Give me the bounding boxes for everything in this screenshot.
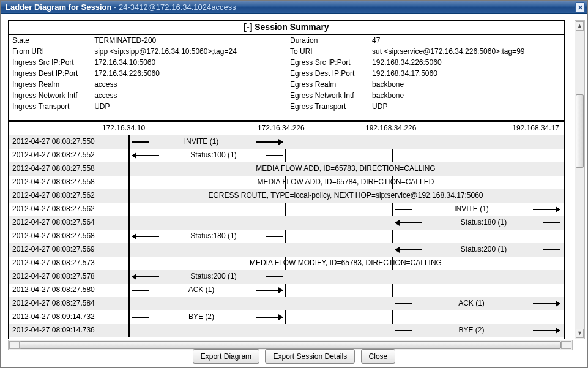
ladder-message-text: INVITE (1) [411, 205, 532, 213]
ladder-arrow-segment [543, 249, 560, 250]
ladder-message-text: Status:100 (1) [160, 151, 267, 159]
summary-label: Ingress Transport [9, 101, 91, 112]
ladder-arrow-segment [395, 303, 412, 304]
ladder-row: 2012-04-27 08:08:27.580ACK (1) [9, 284, 564, 297]
ladder-arrow-segment [266, 155, 283, 156]
window-titlebar: Ladder Diagram for Session - 24-3412@172… [1, 1, 587, 14]
ladder-message-text: BYE (2) [411, 326, 532, 334]
ladder-event-text: MEDIA FLOW MODIFY, ID=65783, DIRECTION=C… [130, 258, 562, 267]
summary-row: StateTERMINATED-200Duration47 [9, 35, 564, 46]
summary-value: sut <sip:service@172.16.34.226:5060>;tag… [368, 46, 564, 57]
summary-label: Egress Network Intf [286, 90, 368, 101]
ladder-arrow-head [395, 249, 422, 250]
ladder-arrow-segment [395, 209, 412, 210]
window-title-session: 24-3412@172.16.34.1024access [119, 2, 236, 12]
export-session-details-button[interactable]: Export Session Details [265, 349, 355, 364]
ladder-message-text: Status:200 (1) [160, 272, 267, 280]
ladder-timestamp: 2012-04-27 08:08:27.568 [12, 231, 95, 240]
summary-label: Duration [286, 35, 368, 46]
ladder-event-text: MEDIA FLOW ADD, ID=65784, DIRECTION=CALL… [130, 178, 562, 186]
ladder-column-header: 172.16.34.226 [258, 124, 305, 132]
window-title-sep: - [114, 2, 119, 12]
summary-label: From URI [9, 46, 91, 57]
summary-value: sipp <sip:sipp@172.16.34.10:5060>;tag=24 [91, 46, 286, 57]
ladder-arrow-head [533, 209, 560, 210]
ladder-message-text: BYE (2) [148, 312, 255, 321]
ladder-column-header: 192.168.34.17 [512, 124, 559, 132]
close-icon[interactable]: ✕ [575, 2, 585, 12]
summary-row: Ingress Network IntfaccessEgress Network… [9, 90, 564, 101]
content-area: [-] Session Summary StateTERMINATED-200D… [2, 15, 586, 345]
ladder-arrow-segment [266, 276, 283, 277]
summary-label: Egress Dest IP:Port [286, 68, 368, 79]
session-panel: [-] Session Summary StateTERMINATED-200D… [8, 20, 565, 339]
ladder-arrow-segment [132, 290, 149, 291]
ladder-arrow-head [132, 155, 159, 156]
ladder-row: 2012-04-27 08:09:14.736BYE (2) [9, 324, 564, 337]
ladder-timestamp: 2012-04-27 08:09:14.736 [12, 326, 95, 334]
ladder-row: 2012-04-27 08:09:14.732BYE (2) [9, 310, 564, 324]
ladder-timestamp: 2012-04-27 08:08:27.564 [12, 218, 95, 227]
vertical-scrollbar[interactable]: ▲ ▼ [575, 20, 585, 339]
ladder-row: 2012-04-27 08:08:27.584ACK (1) [9, 297, 564, 310]
ladder-timestamp: 2012-04-27 08:09:14.732 [12, 312, 95, 321]
ladder-timestamp: 2012-04-27 08:08:27.562 [12, 205, 95, 213]
summary-label: To URI [286, 46, 368, 57]
summary-value: access [91, 90, 286, 101]
summary-value: UDP [91, 101, 286, 112]
summary-row: Ingress TransportUDPEgress TransportUDP [9, 101, 564, 112]
window-title-prefix: Ladder Diagram for Session [6, 2, 111, 12]
summary-value: 47 [368, 35, 564, 46]
ladder-message-text: ACK (1) [411, 299, 532, 307]
session-summary-header-text: [-] Session Summary [244, 22, 329, 32]
ladder-diagram: 172.16.34.10172.16.34.226192.168.34.2261… [9, 120, 564, 339]
ladder-arrow-head [256, 290, 283, 291]
ladder-message-text: Status:200 (1) [423, 245, 544, 253]
ladder-arrow-head [256, 141, 283, 143]
ladder-rows: 2012-04-27 08:08:27.550INVITE (1)2012-04… [9, 135, 564, 337]
ladder-arrow-head [533, 330, 560, 331]
horizontal-scroll-thumb[interactable] [20, 341, 561, 349]
ladder-message-text: ACK (1) [148, 285, 255, 294]
ladder-row: 2012-04-27 08:08:27.562INVITE (1) [9, 203, 564, 216]
session-summary-table: StateTERMINATED-200Duration47From URIsip… [9, 35, 564, 112]
ladder-timestamp: 2012-04-27 08:08:27.562 [12, 191, 95, 200]
ladder-timestamp: 2012-04-27 08:08:27.580 [12, 285, 95, 294]
ladder-row: 2012-04-27 08:08:27.578Status:200 (1) [9, 270, 564, 284]
summary-label: Ingress Realm [9, 79, 91, 90]
summary-value: 172.16.34.226:5060 [91, 68, 286, 79]
export-diagram-button[interactable]: Export Diagram [193, 349, 259, 364]
ladder-timestamp: 2012-04-27 08:08:27.584 [12, 299, 95, 307]
summary-row: From URIsipp <sip:sipp@172.16.34.10:5060… [9, 46, 564, 57]
summary-value: access [91, 79, 286, 90]
scroll-up-icon[interactable]: ▲ [576, 21, 584, 31]
summary-label: State [9, 35, 91, 46]
ladder-arrow-segment [395, 330, 412, 331]
ladder-row: 2012-04-27 08:08:27.558MEDIA FLOW ADD, I… [9, 162, 564, 176]
ladder-timestamp: 2012-04-27 08:08:27.552 [12, 151, 95, 159]
ladder-row: 2012-04-27 08:08:27.573MEDIA FLOW MODIFY… [9, 257, 564, 270]
ladder-message-text: Status:180 (1) [423, 218, 544, 227]
summary-row: Ingress Dest IP:Port172.16.34.226:5060Eg… [9, 68, 564, 79]
ladder-arrow-head [132, 236, 159, 237]
summary-row: Ingress RealmaccessEgress Realmbackbone [9, 79, 564, 90]
ladder-row: 2012-04-27 08:08:27.550INVITE (1) [9, 135, 564, 149]
summary-label: Egress Realm [286, 79, 368, 90]
summary-value: 192.168.34.17:5060 [368, 68, 564, 79]
vertical-scroll-thumb[interactable] [576, 94, 584, 168]
ladder-row: 2012-04-27 08:08:27.562EGRESS ROUTE, TYP… [9, 189, 564, 203]
ladder-arrow-segment [132, 317, 149, 318]
summary-row: Ingress Src IP:Port172.16.34.10:5060Egre… [9, 57, 564, 68]
summary-label: Egress Src IP:Port [286, 57, 368, 68]
close-button[interactable]: Close [361, 349, 396, 364]
ladder-row: 2012-04-27 08:08:27.568Status:180 (1) [9, 230, 564, 243]
ladder-row: 2012-04-27 08:08:27.552Status:100 (1) [9, 149, 564, 162]
ladder-event-text: EGRESS ROUTE, TYPE=local-policy, NEXT HO… [130, 191, 562, 200]
ladder-timestamp: 2012-04-27 08:08:27.578 [12, 272, 95, 280]
scroll-down-icon[interactable]: ▼ [576, 329, 584, 338]
summary-value: backbone [368, 90, 564, 101]
summary-value: 172.16.34.10:5060 [91, 57, 286, 68]
ladder-arrow-segment [132, 141, 149, 143]
session-summary-header[interactable]: [-] Session Summary [9, 21, 564, 35]
summary-value: UDP [368, 101, 564, 112]
